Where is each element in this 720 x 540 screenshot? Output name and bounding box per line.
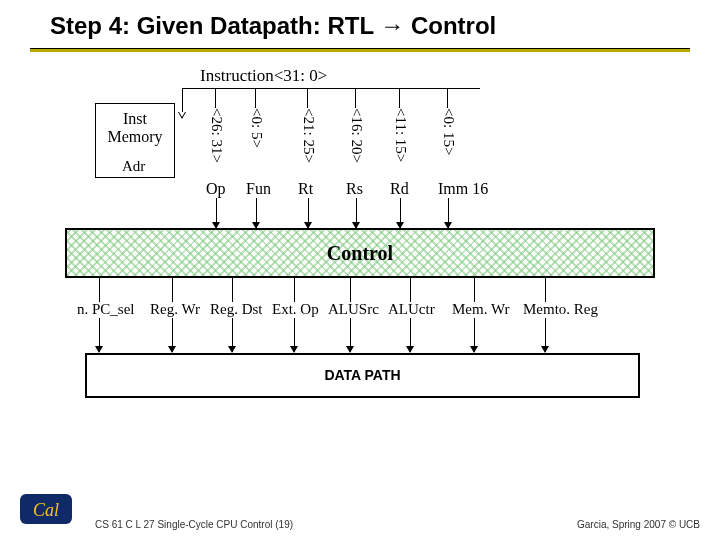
instruction-bits-label: Instruction<31: 0>: [200, 66, 327, 86]
register-label: Op: [206, 180, 226, 198]
bitfield-range: <11: 15>: [392, 108, 409, 168]
bitfield-drop: [355, 88, 356, 108]
signal-arrowhead: [290, 346, 298, 353]
control-signal-label: Ext. Op: [272, 301, 319, 318]
signal-arrowhead: [541, 346, 549, 353]
bitfield-drop: [215, 88, 216, 108]
slide-title: Step 4: Given Datapath: RTL → Control: [0, 0, 720, 48]
register-label: Rt: [298, 180, 313, 198]
register-label: Fun: [246, 180, 271, 198]
control-signal-label: n. PC_sel: [77, 301, 135, 318]
svg-text:Cal: Cal: [33, 500, 59, 520]
control-label: Control: [327, 242, 393, 264]
control-signal-label: ALUctr: [388, 301, 435, 318]
bitfield-drop: [307, 88, 308, 108]
register-label: Imm 16: [438, 180, 488, 198]
diagram-stage: Instruction<31: 0> Inst Memory Adr <26: …: [0, 58, 720, 478]
signal-arrowhead: [406, 346, 414, 353]
bitfield-drop: [447, 88, 448, 108]
control-signal-label: Mem. Wr: [452, 301, 509, 318]
bitfield-range: <21: 25>: [300, 108, 317, 168]
signal-arrowhead: [95, 346, 103, 353]
datapath-label: DATA PATH: [324, 367, 400, 383]
signal-line-top: [232, 278, 233, 302]
register-label: Rs: [346, 180, 363, 198]
datapath-block: DATA PATH: [85, 353, 640, 398]
signal-line-top: [172, 278, 173, 302]
signal-line-top: [474, 278, 475, 302]
signal-line-top: [99, 278, 100, 302]
adr-label: Adr: [122, 158, 145, 175]
signal-line-top: [350, 278, 351, 302]
instmem-line2: Memory: [107, 128, 162, 145]
signal-arrowhead: [228, 346, 236, 353]
control-signal-label: Reg. Wr: [150, 301, 200, 318]
cal-logo: Cal: [18, 488, 74, 528]
control-block: Control: [65, 228, 655, 278]
signal-line-top: [545, 278, 546, 302]
control-signal-label: Reg. Dst: [210, 301, 263, 318]
register-label: Rd: [390, 180, 409, 198]
signal-arrowhead: [470, 346, 478, 353]
bitfield-range: <0: 5>: [248, 108, 265, 168]
instmem-line1: Inst: [123, 110, 147, 127]
control-signal-label: ALUSrc: [328, 301, 379, 318]
control-signal-label: Memto. Reg: [523, 301, 598, 318]
footer-left: CS 61 C L 27 Single-Cycle CPU Control (1…: [95, 519, 293, 530]
bitfield-drop: [399, 88, 400, 108]
signal-arrowhead: [346, 346, 354, 353]
title-underline: [30, 48, 690, 52]
instruction-bus-line: [182, 88, 480, 89]
arrow-to-instmem: [178, 112, 186, 119]
signal-line-top: [410, 278, 411, 302]
bitfield-range: <16: 20>: [348, 108, 365, 168]
bitfield-range: <0: 15>: [440, 108, 457, 168]
signal-line-top: [294, 278, 295, 302]
footer-right: Garcia, Spring 2007 © UCB: [577, 519, 700, 530]
signal-arrowhead: [168, 346, 176, 353]
bitfield-range: <26: 31>: [208, 108, 225, 168]
bitfield-drop: [255, 88, 256, 108]
